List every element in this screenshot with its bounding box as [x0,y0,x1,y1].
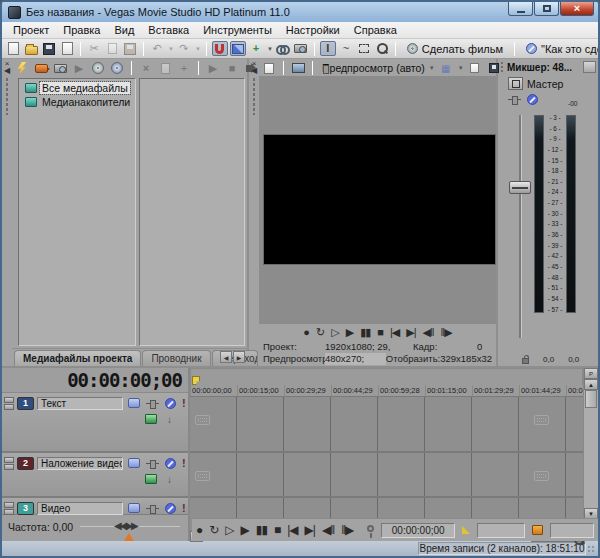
open-project-icon[interactable] [23,41,39,56]
preview-quality-caret-icon[interactable]: ▼ [429,65,435,71]
scrub-arrows-icon[interactable]: ◀◀▶▶ [114,520,137,531]
undo-dropdown-icon[interactable]: ▼ [168,46,174,52]
menu-item[interactable]: Вид [107,23,141,37]
tab-project-media[interactable]: Медиафайлы проекта [14,350,141,366]
marker-tool-icon[interactable]: P [584,368,598,379]
make-movie-button[interactable]: Сделать фильм [401,42,509,56]
play-from-start-button[interactable]: ▷ [225,524,233,536]
add-track-icon[interactable]: + [248,41,264,56]
prev-frame-button[interactable]: ◀‖ [423,327,434,338]
how-to-button[interactable]: "Как это сделать?" [520,42,600,56]
menu-item[interactable]: Проект [6,23,56,37]
compositing-mode-icon[interactable] [128,503,140,513]
track-name-field[interactable]: Наложение видео [37,457,123,470]
track-lane-overlay[interactable] [190,453,583,498]
track-motion-icon[interactable] [145,414,157,424]
prev-frame-button[interactable]: ◀‖ [322,524,334,536]
compositing-mode-icon[interactable] [128,458,140,468]
edit-tool-icon[interactable]: I [320,41,336,56]
vscroll-thumb[interactable] [585,390,597,408]
new-project-icon[interactable] [5,41,21,56]
go-to-end-button[interactable]: ▶| [406,327,415,338]
track-level-icon[interactable] [146,459,159,468]
track-solo-icon[interactable]: ! [182,397,186,409]
master-bus-icon[interactable] [508,77,523,90]
capture-video-icon[interactable] [33,61,49,76]
marker-dropdown-icon[interactable] [462,526,470,534]
panel-undock-icon[interactable]: ◀ [251,67,257,74]
go-to-start-button[interactable]: |◀ [287,524,297,536]
maximize-button[interactable] [534,2,559,16]
redo-dropdown-icon[interactable]: ▼ [195,46,201,52]
media-properties-icon[interactable] [157,61,173,76]
title-bar[interactable]: Без названия - Vegas Movie Studio HD Pla… [2,2,598,22]
parent-composite-icon[interactable]: ↓ [167,474,172,485]
pause-button[interactable]: ▮▮ [360,327,370,338]
track-level-icon[interactable] [146,399,159,408]
play-button[interactable]: ▶ [241,524,249,536]
get-photo-icon[interactable] [52,61,68,76]
timeline-time-display[interactable]: 00:00:00;00 [67,369,182,391]
next-frame-button[interactable]: ‖▶ [341,524,353,536]
tabs-scroll-right-icon[interactable]: ▶ [233,351,245,363]
track-level-icon[interactable] [146,504,159,513]
stop-button[interactable]: ■ [274,524,280,536]
menu-item[interactable]: Правка [56,23,107,37]
overlay-grid-icon[interactable]: ▦ [438,61,454,76]
record-button[interactable]: ● [196,524,202,536]
download-media-icon[interactable] [109,61,125,76]
track-header-overlay[interactable]: 2 Наложение видео ! ↓ [2,453,188,498]
close-button[interactable]: × [560,2,594,16]
panel-undock-icon[interactable]: ◀ [4,67,10,74]
go-to-start-button[interactable]: |◀ [390,327,399,338]
compositing-mode-icon[interactable] [128,398,140,408]
timeline-marker-icon[interactable] [192,376,200,385]
resize-grip[interactable] [587,545,596,554]
auto-crossfade-toggle-icon[interactable] [230,41,246,56]
marker-bar[interactable] [190,368,583,385]
project-properties-icon[interactable] [59,41,75,56]
track-lane-text[interactable] [190,397,583,453]
track-motion-icon[interactable] [145,474,157,484]
tab-explorer[interactable]: Проводник [142,350,210,366]
track-solo-icon[interactable]: ! [182,457,186,469]
parent-composite-icon[interactable]: ↓ [167,414,172,425]
external-monitor-icon[interactable] [290,61,306,76]
add-to-timeline-icon[interactable]: + [176,61,192,76]
snapshot-icon[interactable] [293,41,309,56]
track-mute-icon[interactable] [165,398,176,409]
tabs-scroll-left-icon[interactable]: ◀ [220,351,232,363]
track-minimize-buttons[interactable] [4,457,14,470]
undo-icon[interactable]: ↶ [149,41,165,56]
save-project-icon[interactable] [41,41,57,56]
extract-audio-icon[interactable]: ▶ [71,61,87,76]
tree-item-all-media[interactable]: Все медиафайлы [19,81,135,95]
loop-playback-button[interactable]: ↻ [209,524,218,536]
master-pan-icon[interactable] [508,95,521,104]
redo-icon[interactable]: ↷ [176,41,192,56]
track-name-field[interactable]: Текст [37,397,123,410]
track-minimize-buttons[interactable] [4,397,14,410]
time-ruler[interactable]: 00:00:00;0000:00:15;0000:00:29;2900:00:4… [190,385,583,397]
next-frame-button[interactable]: ‖▶ [441,327,452,338]
cursor-time-field[interactable]: 00:00:00;00 [381,523,455,538]
play-button[interactable]: ▶ [346,327,353,338]
fader-lock-icon[interactable] [522,358,529,364]
go-to-end-button[interactable]: ▶| [305,524,315,536]
stop-button[interactable]: ■ [377,327,383,338]
import-media-icon[interactable] [14,61,30,76]
menu-item[interactable]: Справка [347,23,404,37]
scroll-up-icon[interactable]: ▲ [584,379,598,390]
media-stop-icon[interactable]: ■ [224,61,240,76]
add-track-dropdown-icon[interactable]: ▼ [267,46,273,52]
video-output-icon[interactable] [261,61,277,76]
track-solo-icon[interactable]: ! [182,502,186,514]
selection-length-field[interactable] [550,523,594,538]
pause-button[interactable]: ▮▮ [256,524,267,536]
get-from-dvd-icon[interactable] [90,61,106,76]
track-header-video[interactable]: 3 Видео ! [2,498,188,515]
record-button[interactable]: ● [303,327,309,338]
media-panel-grip[interactable]: × ◀ [2,59,12,366]
overlay-grid-caret-icon[interactable]: ▼ [458,65,464,71]
menu-item[interactable]: Вставка [141,23,196,37]
